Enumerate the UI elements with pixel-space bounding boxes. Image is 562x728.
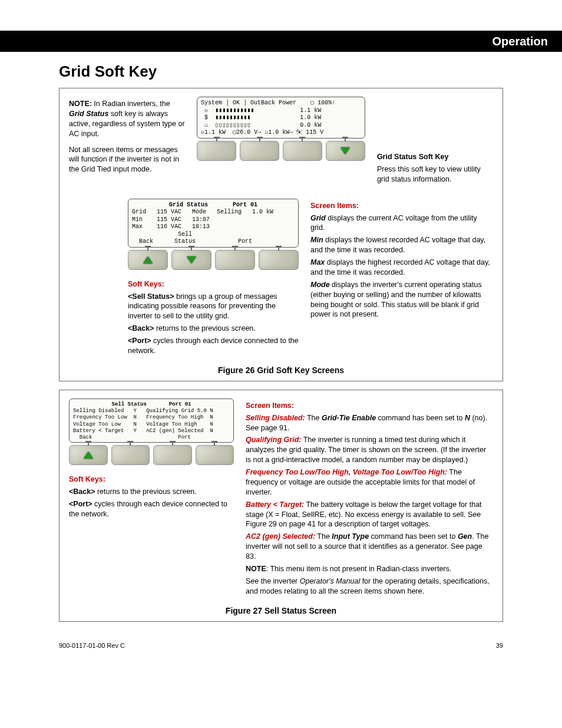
system-softkeys xyxy=(197,141,365,161)
figure-27-frame: Sell Status Port 01 Selling Disabled Y Q… xyxy=(59,390,503,622)
arrow-up-icon xyxy=(84,452,93,459)
softkey-port[interactable] xyxy=(196,445,234,465)
sell-softkeys xyxy=(69,445,234,465)
softkey-2[interactable] xyxy=(240,141,279,161)
page-title: Grid Soft Key xyxy=(59,62,503,81)
softkey-grid-status[interactable] xyxy=(326,141,365,161)
arrow-down-icon xyxy=(340,147,350,154)
figure-26-frame: NOTE: In Radian inverters, the Grid Stat… xyxy=(59,88,503,381)
page-footer: 900-0117-01-00 Rev C 39 xyxy=(0,630,562,649)
section-title: Operation xyxy=(492,35,548,48)
sell-status-left: Sell Status Port 01 Selling Disabled Y Q… xyxy=(69,398,234,599)
page-number: 39 xyxy=(496,642,503,649)
softkey-blank[interactable] xyxy=(215,250,255,270)
sell-screen-items: Screen Items: Selling Disabled: The Grid… xyxy=(246,398,493,599)
softkey-back[interactable] xyxy=(69,445,108,465)
grid-status-note: Grid Status Soft Key Press this soft key… xyxy=(377,97,493,187)
system-lcd: System │ OK │ OutBack Power ▢ 100%↑ ☼ ▮▮… xyxy=(197,97,365,187)
note-block: NOTE: In Radian inverters, the Grid Stat… xyxy=(69,97,185,187)
grid-softkeys xyxy=(128,250,299,270)
softkey-back[interactable] xyxy=(128,250,168,270)
softkey-1[interactable] xyxy=(197,141,236,161)
softkey-blank[interactable] xyxy=(111,445,150,465)
softkey-sell-status[interactable] xyxy=(171,250,211,270)
doc-revision: 900-0117-01-00 Rev C xyxy=(59,642,125,649)
section-header: Operation xyxy=(0,31,562,52)
figure-26-caption: Figure 26 Grid Soft Key Screens xyxy=(69,365,493,375)
grid-status-lcd: Grid Status Port 01 Grid 115 VAC Mode Se… xyxy=(128,199,299,358)
grid-screen-items: Screen Items: Grid displays the current … xyxy=(310,199,493,358)
softkey-3[interactable] xyxy=(283,141,322,161)
note-label: NOTE: xyxy=(69,100,92,108)
figure-27-caption: Figure 27 Sell Status Screen xyxy=(69,606,493,615)
softkey-blank[interactable] xyxy=(153,445,192,465)
arrow-up-icon xyxy=(143,256,153,263)
softkey-port[interactable] xyxy=(259,250,299,270)
sell-status-lcd: Sell Status Port 01 Selling Disabled Y Q… xyxy=(69,398,234,443)
arrow-down-icon xyxy=(187,256,196,263)
